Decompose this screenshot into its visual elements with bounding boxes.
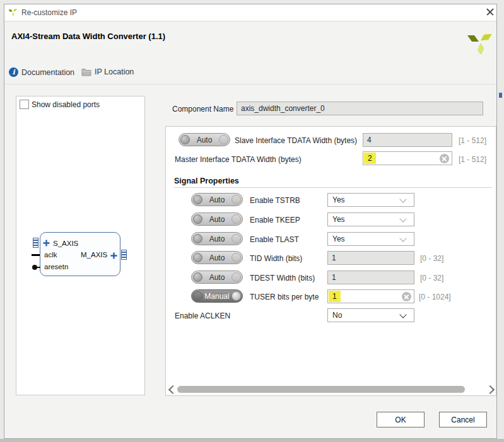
toggle-knob — [193, 253, 202, 262]
toggle-label: Manual — [202, 292, 231, 301]
chevron-down-icon — [399, 311, 406, 318]
chevron-down-icon — [399, 215, 406, 222]
slave-tdata-auto-toggle[interactable]: Auto — [179, 133, 230, 146]
m-axis-expand-icon[interactable] — [110, 252, 117, 259]
clear-icon[interactable] — [402, 292, 411, 301]
enable-tlast-label: Enable TLAST — [250, 235, 299, 244]
slave-tdata-label: Slave Interface TDATA Width (bytes) — [235, 136, 357, 145]
tab-ip-location[interactable]: IP Location — [81, 67, 134, 76]
chevron-down-icon — [399, 195, 406, 202]
slave-tdata-value: 4 — [367, 136, 372, 144]
tdest-width-label: TDEST Width (bits) — [250, 274, 315, 282]
toggle-knob — [193, 214, 202, 224]
show-disabled-ports-label: Show disabled ports — [32, 100, 100, 109]
xilinx-logo-icon — [8, 7, 18, 16]
tdest-width-input: 1 — [327, 270, 414, 284]
clear-icon[interactable] — [440, 154, 449, 163]
info-icon: i — [9, 67, 18, 77]
tuser-bits-value: 1 — [329, 291, 341, 302]
master-tdata-range: [1 - 512] — [459, 155, 486, 164]
tab-documentation[interactable]: i Documentation — [9, 67, 74, 77]
folder-icon — [81, 67, 91, 76]
close-icon[interactable] — [483, 6, 497, 18]
enable-tkeep-value: Yes — [332, 215, 345, 224]
port-aresetn: aresetn — [44, 263, 68, 270]
tlast-auto-toggle[interactable]: Auto — [191, 232, 243, 245]
enable-tkeep-select[interactable]: Yes — [327, 212, 414, 226]
component-name-value: axis_dwidth_converter_0 — [241, 104, 325, 113]
tid-auto-toggle[interactable]: Auto — [191, 251, 243, 264]
toggle-knob-ghost — [219, 135, 228, 144]
enable-tstrb-value: Yes — [332, 195, 345, 204]
tuser-bits-label: TUSER bits per byte — [250, 293, 319, 301]
port-m-axis: M_AXIS — [81, 251, 107, 259]
dialog-title: Re-customize IP — [21, 8, 77, 17]
enable-aclken-value: No — [332, 311, 342, 320]
tuser-manual-toggle[interactable]: Manual — [191, 289, 243, 303]
s-axis-expand-icon[interactable] — [43, 240, 50, 247]
tab-ip-location-label: IP Location — [95, 67, 134, 76]
tid-width-value: 1 — [332, 253, 336, 262]
background-artifact — [499, 93, 502, 98]
enable-aclken-label: Enable ACLKEN — [175, 311, 230, 320]
toggle-label: Auto — [202, 273, 231, 282]
toggle-knob-ghost — [193, 291, 202, 301]
toggle-knob-ghost — [231, 272, 241, 282]
component-name-input[interactable]: axis_dwidth_converter_0 — [237, 102, 483, 115]
toggle-label: Auto — [202, 215, 231, 224]
enable-tstrb-select[interactable]: Yes — [327, 193, 414, 207]
tkeep-auto-toggle[interactable]: Auto — [191, 212, 243, 226]
toggle-knob — [193, 195, 202, 204]
tid-width-label: TID Width (bits) — [250, 254, 302, 263]
tstrb-auto-toggle[interactable]: Auto — [191, 193, 243, 206]
toggle-knob-ghost — [231, 234, 241, 243]
toggle-knob — [193, 234, 202, 243]
aresetn-pin-stub — [37, 267, 40, 268]
header-separator — [4, 84, 496, 84]
enable-tlast-value: Yes — [332, 235, 345, 243]
dialog-titlebar[interactable] — [4, 4, 496, 21]
tdest-width-range: [0 - 32] — [420, 274, 443, 282]
ok-button[interactable]: OK — [377, 412, 425, 427]
master-tdata-value: 2 — [364, 153, 376, 164]
enable-tstrb-label: Enable TSTRB — [250, 196, 300, 205]
master-tdata-label: Master Interface TDATA Width (bytes) — [175, 155, 302, 164]
port-s-axis: S_AXIS — [53, 240, 78, 247]
toggle-knob — [193, 272, 202, 282]
tab-documentation-label: Documentation — [21, 68, 74, 77]
show-disabled-ports-checkbox[interactable] — [20, 100, 29, 109]
toggle-knob-ghost — [231, 214, 241, 224]
cancel-button[interactable]: Cancel — [439, 412, 487, 427]
toggle-label: Auto — [202, 195, 231, 204]
slave-tdata-input: 4 — [363, 133, 452, 147]
enable-tkeep-label: Enable TKEEP — [250, 216, 300, 224]
toggle-knob-ghost — [231, 195, 241, 204]
ip-title: AXI4-Stream Data Width Converter (1.1) — [11, 32, 165, 41]
toggle-label: Auto — [190, 136, 219, 144]
window-bottom-shadow — [0, 439, 504, 442]
enable-tlast-select[interactable]: Yes — [327, 232, 414, 246]
component-name-label: Component Name — [172, 105, 233, 113]
xilinx-logo — [467, 29, 493, 54]
screen: Re-customize IP AXI4-Stream Data Width C… — [0, 0, 504, 442]
toggle-label: Auto — [202, 235, 231, 243]
tuser-bits-input[interactable]: 1 — [327, 289, 414, 303]
tdest-width-value: 1 — [332, 273, 336, 282]
tdest-auto-toggle[interactable]: Auto — [191, 270, 243, 284]
toggle-knob — [231, 291, 241, 301]
tid-width-range: [0 - 32] — [420, 254, 443, 263]
tid-width-input: 1 — [327, 251, 414, 265]
aclk-pin-icon — [32, 254, 40, 256]
toggle-label: Auto — [202, 253, 231, 262]
toggle-knob — [180, 135, 190, 144]
signal-properties-title: Signal Properties — [174, 177, 239, 185]
m-axis-bus-pin-icon — [121, 250, 127, 260]
s-axis-bus-pin-icon — [33, 238, 38, 248]
port-aclk: aclk — [44, 251, 57, 259]
tuser-bits-range: [0 - 1024] — [419, 293, 451, 301]
scrollbar-thumb[interactable] — [177, 386, 465, 393]
section-divider — [174, 187, 492, 188]
toggle-knob-ghost — [231, 253, 241, 262]
master-tdata-input[interactable]: 2 — [363, 151, 452, 165]
enable-aclken-select[interactable]: No — [327, 308, 414, 322]
